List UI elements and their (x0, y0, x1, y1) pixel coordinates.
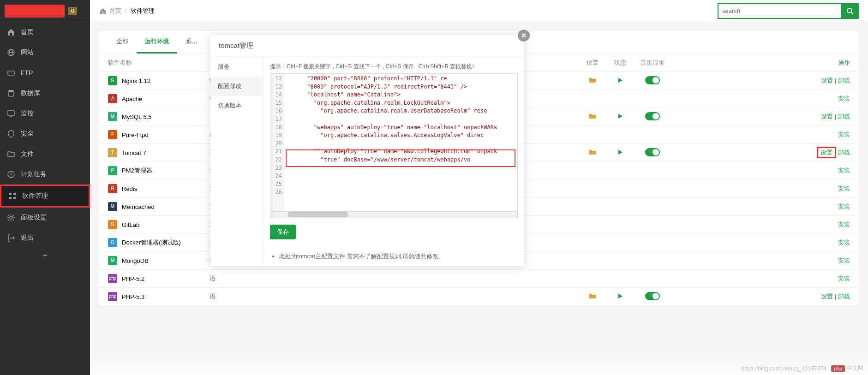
sidebar-item-label: 退出 (21, 234, 34, 242)
settings-link[interactable]: 设置 (817, 147, 836, 158)
op-link[interactable]: 安装 (838, 167, 850, 174)
search-wrap (718, 3, 859, 19)
display-toggle[interactable] (645, 292, 660, 300)
sidebar-item-shield[interactable]: 安全 (0, 124, 90, 144)
play-icon[interactable] (617, 293, 623, 300)
op-link[interactable]: 安装 (838, 131, 850, 138)
col-header-display: 首页显示 (634, 59, 671, 67)
sidebar-item-label: 网站 (21, 48, 34, 57)
software-icon: F (108, 130, 117, 139)
col-header-name: 软件名称 (108, 59, 210, 67)
modal-side-item[interactable]: 配置修改 (210, 77, 263, 96)
software-name: GitLab (122, 221, 139, 228)
scroll-thumb[interactable] (288, 212, 348, 217)
sidebar-header: 0 (0, 0, 90, 22)
watermark: https://blog.csdn.net/qq_41197474 php 中文… (741, 364, 863, 372)
folder-icon[interactable] (589, 150, 596, 157)
sidebar-item-label: 计划任务 (21, 170, 47, 179)
software-icon: M (108, 256, 117, 265)
sidebar-item-exit[interactable]: 退出 (0, 228, 90, 248)
modal-side-item[interactable]: 服务 (210, 57, 263, 77)
play-icon[interactable] (617, 113, 623, 120)
sidebar: 0 首页网站FTP数据库监控安全文件计划任务软件管理面板设置退出 + (0, 0, 90, 375)
tab-0[interactable]: 全部 (108, 31, 137, 54)
op-link[interactable]: 设置 | 卸载 (821, 113, 850, 120)
sidebar-item-label: 面板设置 (21, 214, 47, 222)
note-list: 此处为tomcat主配置文件,若您不了解配置规则,请勿随意修改。 (270, 252, 518, 261)
sidebar-item-label: FTP (21, 69, 33, 77)
search-button[interactable] (842, 3, 859, 19)
breadcrumb-current: 软件管理 (131, 7, 155, 15)
sidebar-item-database[interactable]: 数据库 (0, 83, 90, 103)
play-icon[interactable] (617, 149, 623, 156)
config-editor[interactable]: 121314151617181920212223242526 "20000" p… (270, 73, 518, 212)
sidebar-item-ftp[interactable]: FTP (0, 63, 90, 83)
breadcrumb-home[interactable]: 首页 (99, 7, 121, 15)
sidebar-item-label: 数据库 (21, 89, 40, 97)
tab-1[interactable]: 运行环境 (137, 31, 177, 54)
shield-icon (7, 130, 15, 138)
col-header-status: 状态 (606, 59, 634, 67)
svg-rect-5 (8, 111, 14, 115)
folder-icon[interactable] (589, 114, 596, 121)
modal-main: 提示：Ctrl+F 搜索关键字 , Ctrl+G 查找下一个 , Ctrl+S … (263, 57, 524, 266)
folder-icon[interactable] (589, 294, 596, 301)
save-button[interactable]: 保存 (270, 225, 296, 239)
table-row: phpPHP-5.2语安装 (99, 270, 859, 288)
modal-title: tomcat管理 (210, 35, 524, 57)
display-toggle[interactable] (645, 112, 660, 120)
software-icon: php (108, 292, 117, 301)
sidebar-item-home[interactable]: 首页 (0, 22, 90, 42)
op-link[interactable]: 设置 | 卸载 (821, 77, 850, 84)
op-link[interactable]: 安装 (838, 221, 850, 228)
display-toggle[interactable] (645, 76, 660, 84)
software-icon: P (108, 166, 117, 175)
software-name: Redis (122, 185, 137, 192)
op-link[interactable]: 安装 (838, 257, 850, 264)
modal-side-item[interactable]: 切换版本 (210, 96, 263, 115)
col-header-pos: 位置 (579, 59, 606, 67)
svg-point-4 (8, 90, 14, 92)
display-toggle[interactable] (645, 148, 660, 156)
software-type: 语 (210, 292, 579, 301)
software-icon: R (108, 184, 117, 193)
modal-close-button[interactable]: × (517, 29, 531, 42)
sidebar-item-folder[interactable]: 文件 (0, 144, 90, 164)
sidebar-add-button[interactable]: + (0, 251, 90, 261)
folder-icon[interactable] (589, 78, 596, 85)
tab-2[interactable]: 系… (177, 31, 206, 54)
svg-point-12 (10, 216, 12, 219)
uninstall-link[interactable]: 卸载 (838, 149, 850, 156)
sidebar-item-label: 首页 (21, 28, 34, 36)
sidebar-item-gear[interactable]: 面板设置 (0, 208, 90, 228)
sidebar-item-apps[interactable]: 软件管理 (0, 185, 90, 208)
sidebar-item-clock[interactable]: 计划任务 (0, 164, 90, 185)
software-icon: D (108, 238, 117, 247)
software-name: Tomcat 7 (122, 149, 146, 156)
software-icon: G (108, 76, 117, 85)
op-link[interactable]: 安装 (838, 185, 850, 192)
col-header-op: 操作 (671, 59, 850, 67)
ftp-icon (7, 69, 15, 77)
sidebar-item-globe[interactable]: 网站 (0, 42, 90, 63)
play-icon[interactable] (617, 77, 623, 84)
software-icon: A (108, 94, 117, 103)
breadcrumb-separator: / (125, 7, 127, 14)
editor-hint: 提示：Ctrl+F 搜索关键字 , Ctrl+G 查找下一个 , Ctrl+S … (270, 63, 518, 71)
topbar: 首页 / 软件管理 (90, 0, 868, 22)
config-note: 此处为tomcat主配置文件,若您不了解配置规则,请勿随意修改。 (279, 252, 518, 261)
op-link[interactable]: 安装 (838, 239, 850, 246)
search-input[interactable] (718, 3, 842, 19)
svg-rect-8 (9, 193, 12, 195)
svg-point-13 (847, 8, 852, 13)
sidebar-logo (5, 5, 65, 18)
update-badge[interactable]: 0 (68, 7, 77, 15)
op-link[interactable]: 安装 (838, 275, 850, 282)
editor-code[interactable]: "20000" port="8080" protocol="HTTP/1.1" … (284, 74, 517, 211)
op-link[interactable]: 安装 (838, 95, 850, 102)
op-link[interactable]: 安装 (838, 203, 850, 210)
sidebar-item-monitor[interactable]: 监控 (0, 103, 90, 124)
editor-h-scrollbar[interactable] (270, 212, 518, 218)
software-name: PM2管理器 (122, 167, 152, 175)
op-link[interactable]: 设置 | 卸载 (821, 293, 850, 300)
